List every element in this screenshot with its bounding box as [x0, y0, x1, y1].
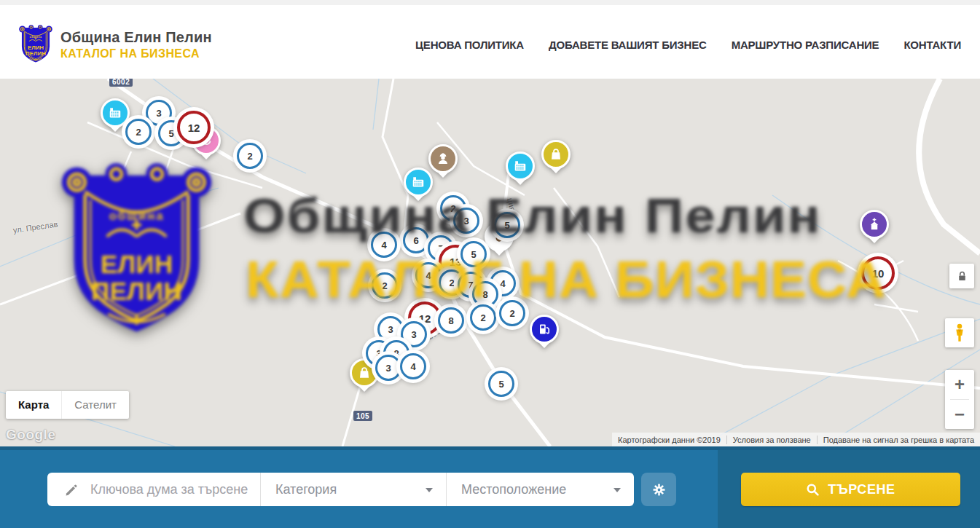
attribution-copyright: Картографски данни ©2019: [612, 436, 726, 444]
cluster-marker[interactable]: 4: [400, 353, 426, 379]
cluster-marker[interactable]: 5: [494, 212, 520, 238]
cluster-marker[interactable]: 2: [237, 143, 263, 169]
lock-icon: [956, 270, 968, 283]
pegman-control[interactable]: [945, 318, 974, 347]
nav-item-add-business[interactable]: ДОБАВЕТЕ ВАШИЯТ БИЗНЕС: [549, 39, 707, 51]
cluster-marker[interactable]: 8: [438, 307, 464, 334]
cluster-marker[interactable]: 3: [453, 208, 479, 234]
main-nav: ЦЕНОВА ПОЛИТИКА ДОБАВЕТЕ ВАШИЯТ БИЗНЕС М…: [415, 39, 961, 51]
cluster-marker[interactable]: 2: [470, 304, 496, 331]
attribution-report-link[interactable]: Подаване на сигнал за грешка в картата: [817, 436, 980, 444]
cluster-marker[interactable]: 3: [377, 316, 404, 342]
category-pin-worker[interactable]: [428, 144, 458, 182]
cluster-marker[interactable]: 2: [125, 119, 152, 145]
search-button-label: ТЪРСЕНЕ: [828, 482, 895, 497]
cluster-marker[interactable]: 5: [460, 241, 487, 267]
map-markers-layer: 32512223564713542742812822333834510: [0, 79, 980, 446]
category-pin-fuel[interactable]: [530, 315, 559, 352]
cluster-marker[interactable]: 2: [372, 272, 398, 299]
cluster-marker[interactable]: 10: [861, 256, 895, 290]
header: Община Елин Пелин КАТАЛОГ НА БИЗНЕСА ЦЕН…: [0, 0, 980, 79]
zoom-out-button[interactable]: −: [945, 400, 974, 429]
zoom-in-button[interactable]: +: [945, 370, 974, 399]
factory-icon: [108, 106, 122, 120]
nav-item-contacts[interactable]: КОНТАКТИ: [903, 39, 961, 51]
site-subtitle: КАТАЛОГ НА БИЗНЕСА: [60, 47, 212, 60]
cluster-marker[interactable]: 3: [375, 355, 401, 381]
cluster-marker[interactable]: 4: [371, 232, 397, 258]
cluster-marker[interactable]: 4: [415, 262, 442, 288]
church-icon: [867, 217, 882, 232]
map-type-satellite[interactable]: Сателит: [61, 391, 129, 419]
search-fields: Категория Местоположение: [47, 473, 634, 506]
search-bar: Категория Местоположение: [0, 446, 980, 528]
fuel-icon: [537, 322, 552, 336]
cluster-marker[interactable]: 8: [472, 281, 498, 307]
map-type-control: Карта Сателит: [6, 391, 129, 419]
cluster-marker[interactable]: 2: [499, 300, 525, 326]
site-title: Община Елин Пелин: [60, 29, 212, 46]
chevron-down-icon: [426, 488, 433, 492]
category-pin-church[interactable]: [860, 210, 889, 248]
site-logo[interactable]: Община Елин Пелин КАТАЛОГ НА БИЗНЕСА: [19, 24, 212, 66]
location-dropdown[interactable]: Местоположение: [446, 473, 634, 506]
attribution-terms-link[interactable]: Условия за ползване: [726, 436, 817, 444]
pencil-icon: [65, 483, 79, 497]
cluster-marker[interactable]: 6: [403, 227, 429, 253]
advanced-settings-button[interactable]: [641, 473, 676, 506]
factory-icon: [411, 175, 426, 189]
category-dropdown-label: Категория: [275, 482, 337, 497]
keyword-field-wrap: [47, 473, 260, 506]
shopping-bag-icon: [357, 366, 372, 380]
search-button[interactable]: ТЪРСЕНЕ: [741, 473, 960, 506]
category-dropdown[interactable]: Категория: [260, 473, 446, 506]
factory-icon: [513, 159, 528, 173]
chevron-down-icon: [614, 488, 621, 492]
cluster-marker[interactable]: 5: [488, 371, 514, 397]
keyword-search-input[interactable]: [89, 481, 249, 498]
map-type-map[interactable]: Карта: [6, 391, 61, 419]
lock-button[interactable]: [949, 264, 974, 288]
worker-icon: [436, 151, 450, 166]
nav-item-pricing[interactable]: ЦЕНОВА ПОЛИТИКА: [415, 39, 524, 51]
search-icon: [806, 483, 820, 497]
category-pin-factory[interactable]: [506, 151, 535, 189]
gear-icon: [651, 482, 667, 497]
shopping-bag-icon: [549, 147, 563, 162]
map-canvas[interactable]: община ЕЛИН ПЕЛИН 325122: [0, 79, 980, 446]
location-dropdown-label: Местоположение: [461, 482, 566, 497]
category-pin-shopping-bag[interactable]: [541, 140, 571, 178]
category-pin-factory[interactable]: [404, 168, 433, 205]
map-attribution: Картографски данни ©2019 Условия за полз…: [612, 433, 980, 446]
municipality-crest-icon: [19, 24, 52, 66]
zoom-control: + −: [945, 370, 974, 429]
cluster-marker[interactable]: 12: [177, 111, 211, 144]
nav-item-transport-schedule[interactable]: МАРШРУТНО РАЗПИСАНИЕ: [732, 39, 879, 51]
pegman-icon: [952, 323, 968, 342]
google-logo[interactable]: Google: [6, 427, 55, 443]
